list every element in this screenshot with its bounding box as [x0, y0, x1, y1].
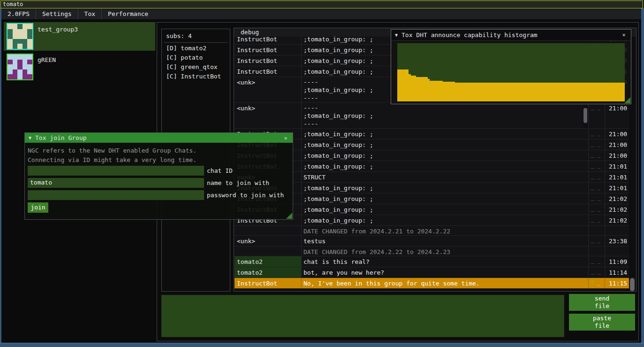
- member-item[interactable]: [C] green_qtox: [162, 62, 230, 71]
- message-input[interactable]: [161, 295, 564, 337]
- chat-message-row[interactable]: DATE CHANGED from 2024.2.22 to 2024.2.23: [235, 247, 630, 256]
- chat-id-input[interactable]: [28, 166, 204, 176]
- avatar-pixel: [17, 44, 23, 49]
- message-text: ;tomato_in_group: ;: [302, 129, 588, 139]
- paste-file-button[interactable]: pastefile: [569, 314, 635, 331]
- chat-message-row[interactable]: InstructBot;tomato_in_group: ;__21:02: [235, 215, 630, 226]
- close-icon[interactable]: ✕: [282, 134, 289, 142]
- status-mark: _: [591, 183, 594, 190]
- message-time: [605, 226, 630, 235]
- message-text: testus: [302, 236, 588, 246]
- chat-message-row[interactable]: InstructBot;tomato_in_group: ;__21:02: [235, 204, 630, 215]
- resize-grip[interactable]: [286, 213, 292, 219]
- member-item[interactable]: [C] potato: [162, 52, 230, 62]
- histogram-bar: [416, 77, 428, 101]
- close-icon[interactable]: ✕: [620, 31, 628, 39]
- collapse-arrow-icon[interactable]: ▼: [29, 135, 31, 140]
- chat-message-row[interactable]: <unk>----;tomato_in_group: ;----__21:00: [235, 103, 630, 129]
- subs-header: subs: 4: [162, 29, 230, 39]
- message-status: [588, 247, 605, 256]
- group-item-test_group3[interactable]: test_group3: [4, 22, 155, 51]
- status-mark: _: [597, 205, 601, 212]
- group-item-gREEN[interactable]: gREEN: [4, 53, 155, 81]
- message-sender: InstructBot: [235, 45, 302, 55]
- histogram-plot: [397, 43, 625, 101]
- password-to-join-with-input[interactable]: [28, 190, 204, 200]
- status-mark: _: [597, 194, 601, 201]
- chat-message-row[interactable]: <unk>testus__23:38: [235, 236, 630, 247]
- avatar-pixel: [27, 64, 32, 69]
- name-to-join-with-input[interactable]: tomato: [28, 178, 204, 188]
- avatar-pixel: [8, 64, 13, 69]
- message-text: No, I've been in this group for quite so…: [302, 278, 588, 288]
- status-mark: _: [597, 278, 601, 285]
- status-mark: _: [597, 236, 601, 243]
- message-status: __: [588, 215, 605, 225]
- status-mark: _: [597, 183, 601, 190]
- join-button[interactable]: join: [28, 202, 48, 213]
- menu-item-performance[interactable]: Performance: [102, 9, 154, 19]
- join-help-text: NGC refers to the New DHT enabled Group …: [25, 143, 293, 155]
- menu-item-settings[interactable]: Settings: [36, 9, 78, 19]
- chat-message-row[interactable]: InstructBot;tomato_in_group: ;__21:01: [235, 161, 630, 172]
- avatar-pixel: [13, 29, 18, 34]
- chat-scrollbar-thumb[interactable]: [630, 278, 635, 291]
- chat-message-row[interactable]: tomato2bot, are you new here?__11:14: [235, 267, 630, 278]
- avatar-pixel: [17, 64, 23, 69]
- chat-message-row[interactable]: DATE CHANGED from 2024.2.21 to 2024.2.22: [235, 226, 630, 236]
- message-scrollbar-thumb[interactable]: [583, 108, 587, 123]
- chat-message-row[interactable]: InstructBot;tomato_in_group: ;__21:00: [235, 150, 630, 161]
- send-file-button[interactable]: sendfile: [569, 294, 635, 311]
- chat-message-row[interactable]: InstructBot;tomato_in_group: ;__21:00: [235, 139, 630, 150]
- avatar-pixel: [27, 54, 32, 60]
- member-item[interactable]: [D] tomato2: [162, 43, 230, 52]
- message-scrollbar[interactable]: [583, 103, 588, 128]
- avatar-pixel: [17, 60, 23, 65]
- avatar-pixel: [23, 69, 28, 75]
- avatar-pixel: [27, 29, 32, 34]
- avatar-pixel: [23, 24, 28, 29]
- message-text: DATE CHANGED from 2024.2.21 to 2024.2.22: [302, 226, 588, 235]
- member-item[interactable]: [C] InstructBot: [162, 71, 230, 80]
- status-mark: _: [591, 268, 594, 275]
- avatar-pixel: [13, 64, 18, 69]
- button-label-line: file: [569, 322, 635, 330]
- message-sender: <unk>: [235, 236, 302, 246]
- avatar-pixel: [17, 24, 23, 29]
- group-avatar: [7, 54, 33, 80]
- menu-item-tox[interactable]: Tox: [78, 9, 102, 19]
- histogram-window-title: Tox DHT announce capability histogram: [402, 31, 538, 39]
- chat-message-row[interactable]: InstructBotNo, I've been in this group f…: [235, 278, 630, 289]
- status-mark: _: [591, 129, 594, 136]
- histogram-window-titlebar[interactable]: ▼ Tox DHT announce capability histogram …: [391, 30, 631, 41]
- message-status: [588, 226, 605, 235]
- message-status: __: [588, 183, 605, 193]
- window-frame-bottom: [0, 343, 644, 347]
- message-sender: InstructBot: [235, 55, 302, 66]
- chat-message-row[interactable]: InstructBot;tomato_in_group: ;__21:00: [235, 129, 630, 139]
- menu-bar: 2.0FPSSettingsToxPerformance: [1, 9, 641, 19]
- status-mark: _: [591, 140, 594, 147]
- chat-message-row[interactable]: <unk>STRUCT__21:01: [235, 172, 630, 183]
- message-status: __: [588, 267, 605, 278]
- message-text: ;tomato_in_group: ;: [302, 183, 588, 193]
- avatar-pixel: [23, 60, 28, 65]
- message-line: ----: [303, 104, 588, 112]
- message-time: 21:01: [605, 161, 630, 171]
- status-mark: _: [591, 216, 594, 223]
- histogram-bar: [430, 81, 443, 101]
- resize-grip[interactable]: [624, 97, 630, 103]
- avatar-pixel: [23, 34, 28, 39]
- window-titlebar[interactable]: tomato: [0, 0, 643, 8]
- status-mark: _: [591, 257, 594, 264]
- chat-message-row[interactable]: InstructBot;tomato_in_group: ;__21:01: [235, 183, 630, 193]
- collapse-arrow-icon[interactable]: ▼: [395, 32, 398, 38]
- avatar-pixel: [8, 60, 13, 65]
- chat-message-row[interactable]: tomato2chat is this real?__11:09: [235, 256, 630, 267]
- message-sender: [235, 247, 302, 256]
- avatar-pixel: [27, 60, 32, 65]
- chat-message-row[interactable]: InstructBot;tomato_in_group: ;__21:02: [235, 193, 630, 204]
- join-window-titlebar[interactable]: ▼ Tox join Group ✕: [25, 133, 293, 143]
- avatar-pixel: [8, 39, 13, 44]
- histogram-bar: [397, 69, 409, 101]
